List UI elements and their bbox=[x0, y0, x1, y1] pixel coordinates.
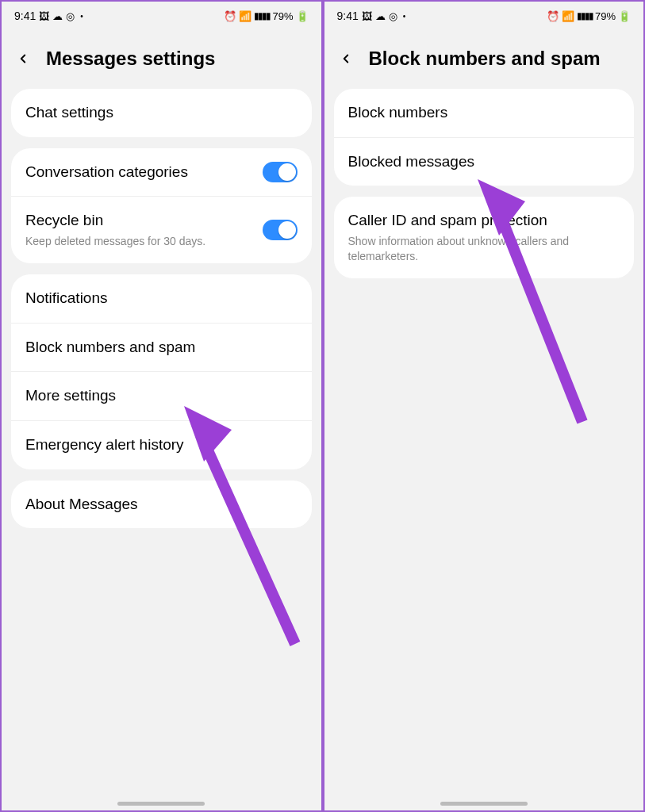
item-label: Block numbers bbox=[348, 103, 620, 123]
item-block-numbers-and-spam[interactable]: Block numbers and spam bbox=[11, 323, 312, 372]
item-label: Block numbers and spam bbox=[25, 338, 298, 358]
item-label: Caller ID and spam protection bbox=[348, 211, 620, 231]
status-bar: 9:41 🖼 ☁ ◎ • ⏰ 📶 ▮▮▮▮ 79% 🔋 bbox=[2, 2, 321, 27]
back-button[interactable] bbox=[16, 52, 30, 66]
header-right: Block numbers and spam bbox=[324, 27, 644, 89]
card-block-numbers: Block numbers Blocked messages bbox=[334, 89, 635, 186]
signal-icon: ▮▮▮▮ bbox=[254, 10, 270, 21]
item-label: Blocked messages bbox=[348, 152, 620, 172]
item-caller-id-spam-protection[interactable]: Caller ID and spam protection Show infor… bbox=[334, 197, 635, 278]
card-chat-settings: Chat settings bbox=[11, 89, 312, 137]
item-label: Emergency alert history bbox=[25, 435, 298, 455]
home-indicator[interactable] bbox=[440, 802, 528, 806]
item-about-messages[interactable]: About Messages bbox=[11, 481, 312, 529]
item-label: Chat settings bbox=[25, 103, 298, 123]
item-label: More settings bbox=[25, 386, 298, 406]
battery-icon: 🔋 bbox=[296, 10, 309, 22]
item-recycle-bin[interactable]: Recycle bin Keep deleted messages for 30… bbox=[11, 196, 312, 263]
item-label: About Messages bbox=[25, 495, 298, 515]
card-caller-id: Caller ID and spam protection Show infor… bbox=[334, 197, 635, 278]
item-more-settings[interactable]: More settings bbox=[11, 371, 312, 420]
item-blocked-messages[interactable]: Blocked messages bbox=[334, 137, 635, 186]
item-sublabel: Show information about unknown callers a… bbox=[348, 234, 620, 264]
page-title: Messages settings bbox=[46, 48, 215, 70]
item-label: Recycle bin bbox=[25, 211, 298, 231]
status-time: 9:41 bbox=[14, 10, 36, 22]
item-notifications[interactable]: Notifications bbox=[11, 274, 312, 323]
alarm-icon: ⏰ bbox=[224, 10, 236, 22]
dot-icon: • bbox=[403, 12, 406, 21]
phone-right: 9:41 🖼 ☁ ◎ • ⏰ 📶 ▮▮▮▮ 79% 🔋 Block number… bbox=[323, 0, 646, 812]
item-emergency-alert-history[interactable]: Emergency alert history bbox=[11, 420, 312, 469]
dot-icon: • bbox=[80, 12, 83, 21]
alarm-icon: ⏰ bbox=[547, 10, 559, 22]
card-notifications: Notifications Block numbers and spam Mor… bbox=[11, 274, 312, 469]
item-label: Conversation categories bbox=[25, 163, 298, 182]
battery-icon: 🔋 bbox=[618, 10, 631, 22]
back-button[interactable] bbox=[339, 52, 353, 66]
image-icon: 🖼 bbox=[39, 10, 49, 22]
status-time: 9:41 bbox=[337, 10, 359, 22]
instagram-icon: ◎ bbox=[66, 10, 75, 22]
status-bar: 9:41 🖼 ☁ ◎ • ⏰ 📶 ▮▮▮▮ 79% 🔋 bbox=[324, 2, 644, 27]
image-icon: 🖼 bbox=[362, 10, 372, 22]
battery-text: 79% bbox=[272, 10, 293, 22]
item-chat-settings[interactable]: Chat settings bbox=[11, 89, 312, 137]
item-block-numbers[interactable]: Block numbers bbox=[334, 89, 635, 137]
battery-text: 79% bbox=[595, 10, 616, 22]
toggle-recycle-bin[interactable] bbox=[263, 220, 298, 240]
wifi-icon: 📶 bbox=[239, 10, 251, 22]
toggle-conversation-categories[interactable] bbox=[263, 162, 298, 182]
home-indicator[interactable] bbox=[117, 802, 205, 806]
signal-icon: ▮▮▮▮ bbox=[577, 10, 593, 21]
phone-left: 9:41 🖼 ☁ ◎ • ⏰ 📶 ▮▮▮▮ 79% 🔋 Messages set… bbox=[0, 0, 323, 812]
page-title: Block numbers and spam bbox=[369, 48, 601, 70]
item-conversation-categories[interactable]: Conversation categories bbox=[11, 148, 312, 197]
cloud-icon: ☁ bbox=[375, 10, 386, 22]
header-left: Messages settings bbox=[2, 27, 321, 89]
cloud-icon: ☁ bbox=[52, 10, 63, 22]
instagram-icon: ◎ bbox=[389, 10, 397, 22]
card-conversation: Conversation categories Recycle bin Keep… bbox=[11, 148, 312, 263]
wifi-icon: 📶 bbox=[562, 10, 574, 22]
card-about: About Messages bbox=[11, 481, 312, 529]
item-sublabel: Keep deleted messages for 30 days. bbox=[25, 234, 298, 249]
item-label: Notifications bbox=[25, 289, 298, 308]
